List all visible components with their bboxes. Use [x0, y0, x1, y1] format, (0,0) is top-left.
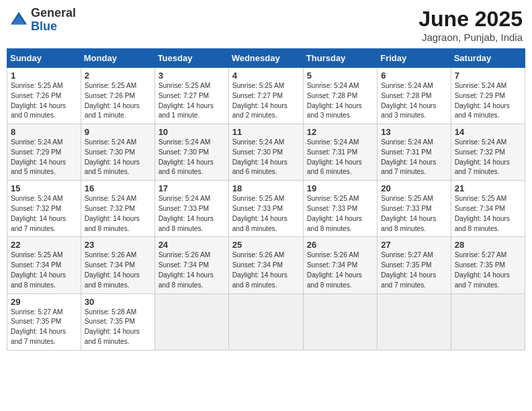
day-number: 6: [381, 71, 447, 81]
table-cell: [451, 293, 525, 350]
logo-blue: Blue: [31, 20, 76, 34]
day-number: 26: [307, 240, 373, 250]
table-cell: 25Sunrise: 5:26 AM Sunset: 7:34 PM Dayli…: [228, 237, 303, 293]
day-info: Sunrise: 5:27 AM Sunset: 7:35 PM Dayligh…: [381, 250, 447, 290]
day-info: Sunrise: 5:25 AM Sunset: 7:34 PM Dayligh…: [455, 194, 521, 234]
day-info: Sunrise: 5:24 AM Sunset: 7:32 PM Dayligh…: [455, 138, 521, 177]
calendar-row: 8Sunrise: 5:24 AM Sunset: 7:29 PM Daylig…: [7, 124, 525, 181]
day-info: Sunrise: 5:24 AM Sunset: 7:31 PM Dayligh…: [307, 138, 373, 177]
col-thursday: Thursday: [303, 49, 377, 68]
day-info: Sunrise: 5:25 AM Sunset: 7:26 PM Dayligh…: [11, 81, 77, 121]
day-number: 17: [159, 183, 225, 193]
day-number: 9: [85, 127, 151, 137]
day-number: 29: [11, 297, 77, 307]
table-cell: 22Sunrise: 5:25 AM Sunset: 7:34 PM Dayli…: [7, 237, 81, 293]
logo-general: General: [31, 7, 76, 20]
table-cell: 17Sunrise: 5:24 AM Sunset: 7:33 PM Dayli…: [154, 181, 228, 237]
table-cell: 5Sunrise: 5:24 AM Sunset: 7:28 PM Daylig…: [303, 68, 377, 124]
col-sunday: Sunday: [7, 49, 81, 68]
day-info: Sunrise: 5:24 AM Sunset: 7:29 PM Dayligh…: [11, 138, 77, 177]
day-info: Sunrise: 5:24 AM Sunset: 7:28 PM Dayligh…: [381, 81, 447, 121]
col-wednesday: Wednesday: [228, 49, 303, 68]
month-title: June 2025: [418, 7, 523, 32]
day-number: 14: [455, 127, 521, 137]
table-cell: 29Sunrise: 5:27 AM Sunset: 7:35 PM Dayli…: [7, 293, 81, 350]
day-info: Sunrise: 5:28 AM Sunset: 7:35 PM Dayligh…: [85, 308, 151, 347]
table-cell: 4Sunrise: 5:25 AM Sunset: 7:27 PM Daylig…: [228, 68, 303, 124]
day-info: Sunrise: 5:24 AM Sunset: 7:32 PM Dayligh…: [85, 194, 151, 234]
day-info: Sunrise: 5:27 AM Sunset: 7:35 PM Dayligh…: [455, 250, 521, 290]
location: Jagraon, Punjab, India: [418, 32, 523, 43]
day-number: 7: [455, 71, 521, 81]
day-info: Sunrise: 5:26 AM Sunset: 7:34 PM Dayligh…: [159, 250, 225, 290]
day-number: 5: [307, 71, 373, 81]
table-cell: 24Sunrise: 5:26 AM Sunset: 7:34 PM Dayli…: [154, 237, 228, 293]
table-cell: [303, 293, 377, 350]
day-info: Sunrise: 5:27 AM Sunset: 7:35 PM Dayligh…: [11, 308, 77, 347]
table-cell: 26Sunrise: 5:26 AM Sunset: 7:34 PM Dayli…: [303, 237, 377, 293]
day-info: Sunrise: 5:24 AM Sunset: 7:29 PM Dayligh…: [455, 81, 521, 121]
day-number: 23: [85, 240, 151, 250]
day-info: Sunrise: 5:24 AM Sunset: 7:31 PM Dayligh…: [381, 138, 447, 177]
table-cell: 21Sunrise: 5:25 AM Sunset: 7:34 PM Dayli…: [451, 181, 525, 237]
day-number: 1: [11, 71, 77, 81]
table-cell: 18Sunrise: 5:25 AM Sunset: 7:33 PM Dayli…: [228, 181, 303, 237]
day-number: 16: [85, 183, 151, 193]
day-number: 12: [307, 127, 373, 137]
day-number: 20: [381, 183, 447, 193]
day-info: Sunrise: 5:24 AM Sunset: 7:28 PM Dayligh…: [307, 81, 373, 121]
logo-icon: [9, 11, 28, 30]
day-number: 8: [11, 127, 77, 137]
day-number: 21: [455, 183, 521, 193]
table-cell: 16Sunrise: 5:24 AM Sunset: 7:32 PM Dayli…: [81, 181, 154, 237]
day-info: Sunrise: 5:25 AM Sunset: 7:33 PM Dayligh…: [307, 194, 373, 234]
col-friday: Friday: [378, 49, 451, 68]
day-number: 19: [307, 183, 373, 193]
table-cell: 2Sunrise: 5:25 AM Sunset: 7:26 PM Daylig…: [81, 68, 154, 124]
day-info: Sunrise: 5:24 AM Sunset: 7:33 PM Dayligh…: [159, 194, 225, 234]
table-cell: 3Sunrise: 5:25 AM Sunset: 7:27 PM Daylig…: [154, 68, 228, 124]
day-info: Sunrise: 5:25 AM Sunset: 7:33 PM Dayligh…: [381, 194, 447, 234]
calendar-row: 22Sunrise: 5:25 AM Sunset: 7:34 PM Dayli…: [7, 237, 525, 293]
day-number: 15: [11, 183, 77, 193]
calendar-table: Sunday Monday Tuesday Wednesday Thursday…: [7, 48, 525, 351]
day-info: Sunrise: 5:25 AM Sunset: 7:33 PM Dayligh…: [232, 194, 300, 234]
table-cell: 27Sunrise: 5:27 AM Sunset: 7:35 PM Dayli…: [378, 237, 451, 293]
col-tuesday: Tuesday: [154, 49, 228, 68]
day-info: Sunrise: 5:26 AM Sunset: 7:34 PM Dayligh…: [307, 250, 373, 290]
logo: General Blue: [9, 7, 76, 34]
day-number: 2: [85, 71, 151, 81]
table-cell: 8Sunrise: 5:24 AM Sunset: 7:29 PM Daylig…: [7, 124, 81, 181]
table-cell: 9Sunrise: 5:24 AM Sunset: 7:30 PM Daylig…: [81, 124, 154, 181]
table-cell: 1Sunrise: 5:25 AM Sunset: 7:26 PM Daylig…: [7, 68, 81, 124]
col-saturday: Saturday: [451, 49, 525, 68]
day-info: Sunrise: 5:24 AM Sunset: 7:32 PM Dayligh…: [11, 194, 77, 234]
table-cell: 28Sunrise: 5:27 AM Sunset: 7:35 PM Dayli…: [451, 237, 525, 293]
page-header: General Blue June 2025 Jagraon, Punjab, …: [7, 7, 525, 43]
day-info: Sunrise: 5:24 AM Sunset: 7:30 PM Dayligh…: [159, 138, 225, 177]
table-cell: 10Sunrise: 5:24 AM Sunset: 7:30 PM Dayli…: [154, 124, 228, 181]
day-info: Sunrise: 5:26 AM Sunset: 7:34 PM Dayligh…: [85, 250, 151, 290]
table-cell: 23Sunrise: 5:26 AM Sunset: 7:34 PM Dayli…: [81, 237, 154, 293]
day-number: 11: [232, 127, 300, 137]
table-cell: 19Sunrise: 5:25 AM Sunset: 7:33 PM Dayli…: [303, 181, 377, 237]
day-number: 18: [232, 183, 300, 193]
table-cell: 30Sunrise: 5:28 AM Sunset: 7:35 PM Dayli…: [81, 293, 154, 350]
day-number: 24: [159, 240, 225, 250]
calendar-row: 29Sunrise: 5:27 AM Sunset: 7:35 PM Dayli…: [7, 293, 525, 350]
table-cell: [378, 293, 451, 350]
table-cell: 14Sunrise: 5:24 AM Sunset: 7:32 PM Dayli…: [451, 124, 525, 181]
table-cell: 6Sunrise: 5:24 AM Sunset: 7:28 PM Daylig…: [378, 68, 451, 124]
day-number: 4: [232, 71, 300, 81]
day-info: Sunrise: 5:25 AM Sunset: 7:27 PM Dayligh…: [159, 81, 225, 121]
table-cell: 20Sunrise: 5:25 AM Sunset: 7:33 PM Dayli…: [378, 181, 451, 237]
calendar-row: 1Sunrise: 5:25 AM Sunset: 7:26 PM Daylig…: [7, 68, 525, 124]
table-cell: [154, 293, 228, 350]
calendar-row: 15Sunrise: 5:24 AM Sunset: 7:32 PM Dayli…: [7, 181, 525, 237]
day-info: Sunrise: 5:25 AM Sunset: 7:27 PM Dayligh…: [232, 81, 300, 121]
calendar-header-row: Sunday Monday Tuesday Wednesday Thursday…: [7, 49, 525, 68]
table-cell: [228, 293, 303, 350]
day-number: 25: [232, 240, 300, 250]
day-info: Sunrise: 5:26 AM Sunset: 7:34 PM Dayligh…: [232, 250, 300, 290]
table-cell: 12Sunrise: 5:24 AM Sunset: 7:31 PM Dayli…: [303, 124, 377, 181]
